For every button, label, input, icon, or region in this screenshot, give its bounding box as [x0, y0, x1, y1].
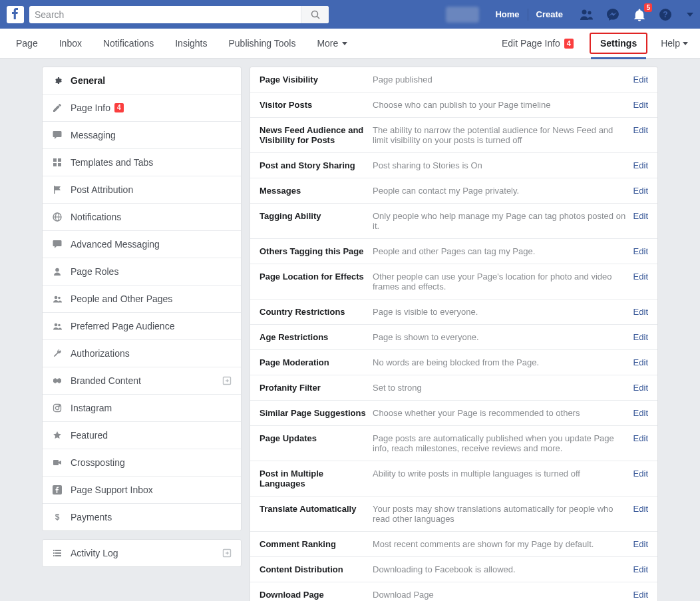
edit-link[interactable]: Edit	[633, 590, 648, 600]
edit-link[interactable]: Edit	[633, 564, 648, 574]
setting-label: Download Page	[260, 590, 373, 600]
svg-point-16	[58, 297, 61, 300]
edit-link[interactable]: Edit	[633, 125, 648, 135]
setting-label: Post and Story Sharing	[260, 160, 373, 170]
edit-link[interactable]: Edit	[633, 211, 648, 221]
chat-icon	[52, 239, 63, 250]
tab-settings[interactable]: Settings	[590, 33, 647, 54]
setting-label: Country Restrictions	[260, 307, 373, 317]
svg-rect-26	[53, 550, 55, 551]
edit-link[interactable]: Edit	[633, 469, 648, 479]
dollar-icon: $	[52, 512, 63, 522]
setting-row: Download PageDownload PageEdit	[250, 582, 657, 601]
tab-publishing-tools[interactable]: Publishing Tools	[218, 29, 306, 59]
notifications-icon[interactable]: 5	[632, 7, 647, 22]
setting-label: Content Distribution	[260, 564, 373, 574]
sidebar-item-label: Payments	[71, 512, 112, 522]
external-icon	[222, 548, 232, 558]
setting-desc: Download Page	[373, 590, 633, 600]
person-icon	[52, 266, 63, 277]
tab-notifications[interactable]: Notifications	[92, 29, 164, 59]
sidebar-item-label: Post Attribution	[71, 184, 133, 195]
home-link[interactable]: Home	[488, 6, 526, 23]
chevron-down-icon	[683, 42, 688, 45]
svg-rect-27	[55, 550, 61, 551]
facebook-logo[interactable]	[7, 6, 24, 23]
edit-link[interactable]: Edit	[633, 433, 648, 443]
sidebar-item-label: Messaging	[71, 130, 116, 140]
edit-link[interactable]: Edit	[633, 246, 648, 256]
tab-page[interactable]: Page	[5, 29, 49, 59]
instagram-icon	[52, 403, 63, 413]
svg-text:$: $	[55, 512, 60, 522]
svg-point-4	[588, 11, 591, 14]
setting-desc: Choose who can publish to your Page time…	[373, 100, 633, 110]
create-link[interactable]: Create	[530, 6, 570, 23]
sidebar-item-messaging[interactable]: Messaging	[43, 122, 241, 149]
sidebar-item-page-roles[interactable]: Page Roles	[43, 258, 241, 286]
wrench-icon	[52, 348, 63, 359]
svg-point-17	[55, 323, 58, 327]
setting-desc: Choose whether your Page is recommended …	[373, 408, 633, 418]
edit-link[interactable]: Edit	[633, 160, 648, 170]
edit-link[interactable]: Edit	[633, 504, 648, 514]
sidebar-item-notifications[interactable]: Notifications	[43, 204, 241, 231]
sidebar-item-crossposting[interactable]: Crossposting	[43, 449, 241, 477]
edit-link[interactable]: Edit	[633, 75, 648, 85]
account-menu-caret[interactable]	[687, 13, 693, 17]
edit-link[interactable]: Edit	[633, 383, 648, 393]
sidebar-item-label: Page Support Inbox	[71, 485, 153, 495]
setting-row: Page Location for EffectsOther people ca…	[250, 264, 657, 300]
search-input[interactable]	[29, 6, 329, 23]
setting-label: Page Moderation	[260, 357, 373, 367]
chat-icon	[52, 130, 63, 140]
setting-label: Comment Ranking	[260, 539, 373, 549]
grid-icon	[52, 157, 63, 168]
sidebar-item-templates-and-tabs[interactable]: Templates and Tabs	[43, 149, 241, 176]
sidebar-item-authorizations[interactable]: Authorizations	[43, 340, 241, 367]
tab-help[interactable]: Help	[654, 38, 695, 49]
sidebar-item-advanced-messaging[interactable]: Advanced Messaging	[43, 231, 241, 258]
people-icon	[52, 321, 63, 331]
sidebar-item-general[interactable]: General	[43, 67, 241, 95]
page-tabs: Page Inbox Notifications Insights Publis…	[0, 29, 700, 59]
edit-page-info[interactable]: Edit Page Info 4	[492, 38, 583, 49]
setting-row: Age RestrictionsPage is shown to everyon…	[250, 325, 657, 350]
sidebar-item-instagram[interactable]: Instagram	[43, 395, 241, 422]
edit-link[interactable]: Edit	[633, 307, 648, 317]
edit-link[interactable]: Edit	[633, 272, 648, 282]
help-icon[interactable]: ?	[659, 8, 672, 21]
messenger-icon[interactable]	[606, 7, 620, 22]
sidebar-item-people-and-other-pages[interactable]: People and Other Pages	[43, 286, 241, 313]
tab-insights[interactable]: Insights	[164, 29, 218, 59]
svg-rect-23	[53, 460, 59, 465]
friend-requests-icon[interactable]	[579, 7, 594, 22]
svg-rect-31	[55, 555, 61, 556]
setting-row: MessagesPeople can contact my Page priva…	[250, 178, 657, 204]
sidebar-item-branded-content[interactable]: Branded Content	[43, 367, 241, 395]
setting-desc: Page is visible to everyone.	[373, 307, 633, 317]
edit-link[interactable]: Edit	[633, 100, 648, 110]
edit-link[interactable]: Edit	[633, 186, 648, 196]
setting-row: Post and Story SharingPost sharing to St…	[250, 153, 657, 178]
sidebar-item-featured[interactable]: Featured	[43, 422, 241, 449]
setting-label: Profanity Filter	[260, 383, 373, 393]
tab-more[interactable]: More	[306, 29, 358, 59]
globe-icon	[52, 212, 63, 222]
setting-row: Post in Multiple LanguagesAbility to wri…	[250, 461, 657, 497]
sidebar-item-payments[interactable]: $Payments	[43, 504, 241, 530]
avatar[interactable]	[446, 7, 479, 23]
sidebar-item-preferred-page-audience[interactable]: Preferred Page Audience	[43, 313, 241, 340]
sidebar-item-post-attribution[interactable]: Post Attribution	[43, 176, 241, 204]
edit-link[interactable]: Edit	[633, 332, 648, 342]
edit-link[interactable]: Edit	[633, 357, 648, 367]
search-button[interactable]	[301, 6, 329, 23]
settings-sidebar: GeneralPage Info4MessagingTemplates and …	[42, 67, 242, 601]
sidebar-item-page-info[interactable]: Page Info4	[43, 95, 241, 122]
sidebar-item-activity-log[interactable]: Activity Log	[43, 540, 241, 566]
sidebar-item-page-support-inbox[interactable]: Page Support Inbox	[43, 477, 241, 504]
edit-link[interactable]: Edit	[633, 408, 648, 418]
edit-link[interactable]: Edit	[633, 539, 648, 549]
tab-inbox[interactable]: Inbox	[49, 29, 92, 59]
video-icon	[52, 457, 63, 468]
